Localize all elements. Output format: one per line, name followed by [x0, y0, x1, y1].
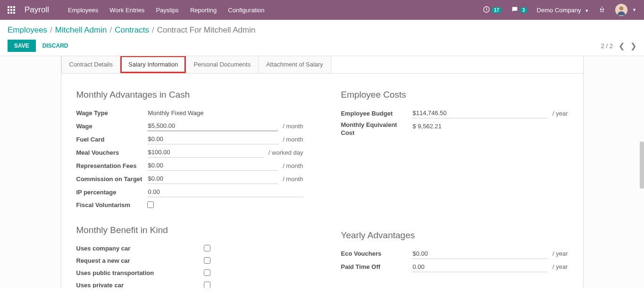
commission-suffix: / month [283, 175, 303, 183]
ip-percentage-input[interactable] [147, 187, 303, 197]
messaging-indicator[interactable]: 3 [511, 6, 527, 15]
pto-label: Paid Time Off [341, 263, 412, 270]
fiscal-voluntarism-label: Fiscal Voluntarism [76, 201, 147, 209]
tab-personal-documents[interactable]: Personal Documents [185, 56, 259, 73]
chat-badge: 3 [520, 7, 527, 13]
wage-input[interactable] [147, 121, 278, 131]
new-car-checkbox[interactable] [204, 257, 210, 264]
scrollbar-thumb[interactable] [640, 142, 644, 189]
topnav: Employees Work Entries Payslips Reportin… [68, 7, 265, 14]
public-transport-label: Uses public transportation [76, 269, 204, 276]
debug-icon[interactable] [598, 6, 606, 15]
pager: 2 / 2 ❮ ❯ [601, 42, 636, 50]
wage-type-value[interactable]: Monthly Fixed Wage [147, 108, 303, 118]
nav-work-entries[interactable]: Work Entries [109, 7, 144, 14]
ip-percentage-label: IP percentage [76, 189, 147, 196]
avatar [615, 4, 627, 16]
pto-input[interactable] [412, 262, 548, 272]
private-car-label: Uses private car [76, 282, 204, 288]
meal-vouchers-label: Meal Vouchers [76, 149, 147, 156]
budget-suffix: / year [552, 110, 568, 117]
commission-label: Commission on Target [76, 175, 147, 183]
tabs: Contract Details Salary Information Pers… [61, 56, 583, 74]
tab-attachment-of-salary[interactable]: Attachment of Salary [258, 56, 331, 73]
topbar: Payroll Employees Work Entries Payslips … [0, 0, 644, 20]
fiscal-voluntarism-checkbox[interactable] [147, 201, 154, 208]
company-car-checkbox[interactable] [204, 245, 210, 251]
budget-label: Employee Budget [341, 110, 412, 117]
wage-suffix: / month [283, 123, 303, 130]
activity-badge: 17 [492, 7, 502, 13]
brand: Payroll [25, 5, 49, 15]
wage-label: Wage [76, 123, 147, 130]
section-title-costs: Employee Costs [341, 90, 568, 100]
eco-vouchers-label: Eco Vouchers [341, 250, 412, 257]
eco-vouchers-suffix: / year [552, 250, 568, 257]
meal-vouchers-input[interactable] [147, 147, 264, 158]
activity-indicator[interactable]: 17 [483, 6, 502, 15]
budget-input[interactable] [412, 108, 548, 118]
control-panel: Employees / Mitchell Admin / Contracts /… [0, 20, 644, 56]
pager-next[interactable]: ❯ [630, 42, 636, 50]
nav-reporting[interactable]: Reporting [190, 7, 217, 14]
public-transport-checkbox[interactable] [204, 269, 210, 276]
wage-type-label: Wage Type [76, 109, 147, 117]
breadcrumb-current: Contract For Mitchell Admin [157, 25, 256, 35]
monthly-equiv-value: $ 9,562.21 [412, 121, 568, 131]
breadcrumb-link[interactable]: Employees [8, 25, 47, 35]
company-selector[interactable]: Demo Company ▼ [537, 7, 589, 14]
tab-contract-details[interactable]: Contract Details [61, 56, 121, 73]
fuel-card-input[interactable] [147, 134, 278, 144]
section-title-cash: Monthly Advantages in Cash [76, 90, 303, 100]
new-car-label: Request a new car [76, 257, 204, 264]
fuel-card-label: Fuel Card [76, 136, 147, 143]
tab-salary-information[interactable]: Salary Information [120, 56, 186, 73]
chat-icon [511, 6, 519, 15]
svg-point-2 [619, 7, 623, 10]
representation-fees-suffix: / month [283, 162, 303, 169]
breadcrumb: Employees / Mitchell Admin / Contracts /… [8, 25, 636, 35]
meal-vouchers-suffix: / worked day [268, 149, 303, 156]
pager-prev[interactable]: ❮ [619, 42, 625, 50]
chevron-down-icon: ▼ [632, 8, 636, 12]
breadcrumb-link[interactable]: Mitchell Admin [55, 25, 107, 35]
user-menu[interactable]: ▼ [615, 4, 636, 16]
fuel-card-suffix: / month [283, 136, 303, 143]
apps-icon[interactable] [8, 6, 15, 14]
section-title-yearly: Yearly Advantages [341, 230, 568, 241]
private-car-checkbox[interactable] [204, 282, 210, 288]
chevron-down-icon: ▼ [585, 8, 589, 13]
commission-input[interactable] [147, 174, 278, 184]
eco-vouchers-input[interactable] [412, 249, 548, 259]
company-car-label: Uses company car [76, 245, 204, 252]
representation-fees-label: Representation Fees [76, 162, 147, 169]
pager-text: 2 / 2 [601, 42, 613, 50]
representation-fees-input[interactable] [147, 160, 278, 171]
save-button[interactable]: SAVE [8, 40, 36, 52]
breadcrumb-link[interactable]: Contracts [115, 25, 149, 35]
monthly-equiv-label: Monthly Equivalent Cost [341, 121, 412, 137]
section-title-bik: Monthly Benefit in Kind [76, 225, 303, 235]
discard-button[interactable]: DISCARD [36, 40, 75, 52]
pto-suffix: / year [552, 263, 568, 270]
nav-configuration[interactable]: Configuration [228, 7, 264, 14]
nav-employees[interactable]: Employees [68, 7, 98, 14]
clock-icon [483, 6, 490, 15]
company-name: Demo Company [537, 7, 581, 14]
nav-payslips[interactable]: Payslips [156, 7, 178, 14]
